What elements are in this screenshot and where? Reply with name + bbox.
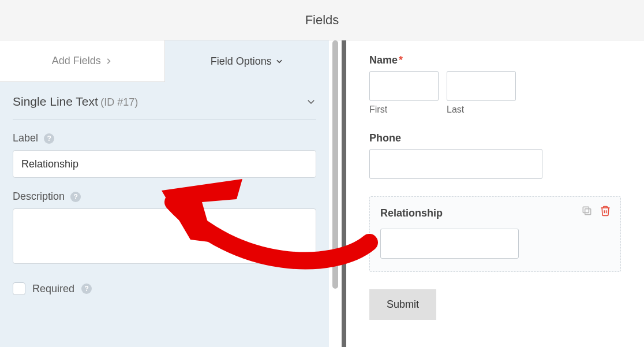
field-type-text: Single Line Text (ID #17) [13, 95, 138, 109]
page-header: Fields [0, 0, 644, 40]
chevron-right-icon [104, 57, 113, 65]
name-sublabels: First Last [369, 105, 621, 115]
last-name-input[interactable] [447, 71, 516, 101]
main-layout: Add Fields Field Options Single Line Tex… [0, 40, 644, 347]
help-icon[interactable]: ? [81, 283, 92, 294]
help-icon[interactable]: ? [44, 133, 54, 144]
phone-label: Phone [369, 132, 621, 144]
last-sublabel: Last [447, 105, 516, 115]
preview-field-phone: Phone [369, 132, 621, 196]
svg-rect-0 [585, 209, 591, 215]
field-actions [581, 205, 611, 219]
header-title: Fields [305, 13, 339, 28]
option-description-group: Description ? [0, 178, 329, 266]
first-name-input[interactable] [369, 71, 439, 101]
field-id-label: (ID #17) [100, 96, 138, 108]
scrollbar[interactable] [332, 40, 338, 289]
svg-rect-1 [583, 207, 589, 212]
tab-field-options[interactable]: Field Options [165, 40, 330, 82]
required-asterisk: * [399, 54, 403, 66]
phone-input[interactable] [369, 149, 542, 179]
submit-button[interactable]: Submit [369, 289, 436, 320]
tab-add-fields-label: Add Fields [52, 55, 101, 67]
relationship-input[interactable] [380, 229, 519, 259]
field-type-label: Single Line Text [13, 95, 98, 108]
name-label-row: Name* [369, 54, 621, 66]
required-row: Required ? [0, 266, 329, 295]
panel-tabs: Add Fields Field Options [0, 40, 329, 82]
label-heading: Label [13, 132, 38, 144]
tab-field-options-label: Field Options [211, 55, 272, 68]
name-inputs [369, 71, 621, 101]
duplicate-icon[interactable] [581, 205, 593, 219]
form-preview: Name* First Last Phone [346, 40, 644, 347]
label-heading-row: Label ? [13, 132, 316, 144]
field-options-panel: Add Fields Field Options Single Line Tex… [0, 40, 329, 347]
required-label: Required [32, 283, 74, 295]
trash-icon[interactable] [600, 205, 611, 219]
first-sublabel: First [369, 105, 439, 115]
description-heading-row: Description ? [13, 191, 316, 203]
option-label-group: Label ? [0, 120, 329, 178]
preview-field-relationship[interactable]: Relationship [369, 196, 621, 272]
help-icon[interactable]: ? [70, 192, 81, 202]
field-type-header[interactable]: Single Line Text (ID #17) [13, 82, 316, 120]
relationship-label: Relationship [380, 207, 610, 219]
preview-border [342, 40, 346, 347]
tab-add-fields[interactable]: Add Fields [0, 40, 165, 82]
description-heading: Description [13, 191, 65, 203]
panel-divider [329, 40, 346, 347]
submit-label: Submit [387, 299, 419, 310]
label-input[interactable] [13, 150, 316, 178]
required-checkbox[interactable] [13, 282, 25, 295]
description-textarea[interactable] [13, 208, 316, 264]
chevron-down-icon [306, 96, 316, 107]
preview-field-name: Name* First Last [369, 54, 621, 115]
chevron-down-icon [275, 57, 283, 65]
name-label: Name [369, 54, 398, 66]
